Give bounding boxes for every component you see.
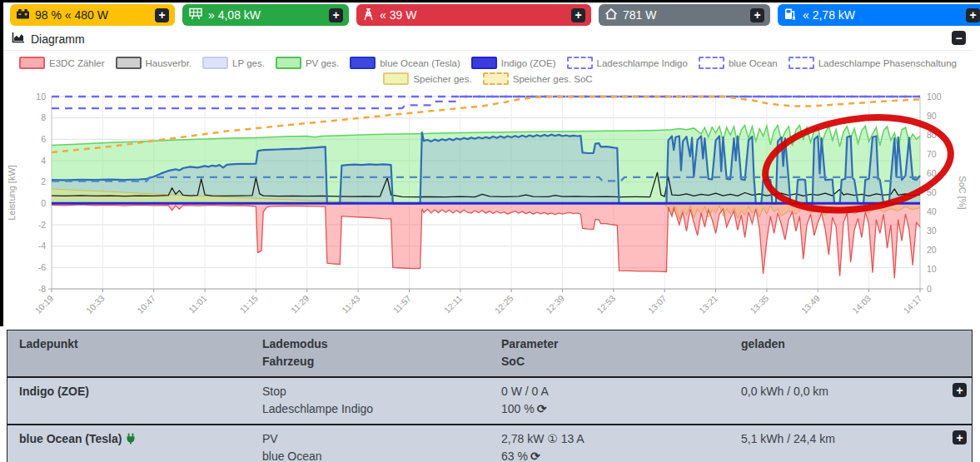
chart-legend: E3DC ZählerHausverbr.LP ges.PV ges.blue … bbox=[3, 51, 973, 85]
diagram-collapse-button[interactable]: − bbox=[952, 31, 966, 45]
plug-connected-icon bbox=[126, 432, 136, 450]
pv-status-badge[interactable]: » 4,08 kW + bbox=[182, 4, 349, 26]
battery-badge-text: 98 % « 480 W bbox=[35, 8, 108, 22]
legend-swatch bbox=[788, 57, 814, 69]
legend-label: PV ges. bbox=[306, 58, 339, 68]
diagram-card: Diagramm − E3DC ZählerHausverbr.LP ges.P… bbox=[3, 27, 973, 325]
chargepoint-table: Ladepunkt LademodusFahrzeug ParameterSoC… bbox=[7, 330, 973, 462]
svg-text:2: 2 bbox=[41, 176, 46, 186]
diagram-title: Diagramm bbox=[31, 32, 85, 46]
refresh-soc-icon[interactable]: ⟳ bbox=[530, 450, 540, 462]
svg-text:12:53: 12:53 bbox=[594, 293, 617, 315]
diagram-card-header: Diagramm − bbox=[3, 27, 973, 51]
legend-label: Ladeschlampe Phasenschaltung bbox=[818, 58, 957, 68]
svg-text:20: 20 bbox=[927, 245, 937, 255]
house-icon bbox=[604, 7, 618, 22]
legend-label: Hausverbr. bbox=[146, 58, 192, 68]
house-badge-text: 781 W bbox=[623, 8, 656, 22]
svg-text:10: 10 bbox=[36, 92, 46, 102]
legend-swatch bbox=[350, 57, 376, 69]
battery-status-badge[interactable]: 98 % « 480 W + bbox=[10, 4, 175, 26]
mode-vehicle-cell: StopLadeschlampe Indigo bbox=[251, 378, 490, 424]
svg-text:11:29: 11:29 bbox=[289, 293, 311, 315]
power-pole-icon bbox=[362, 7, 375, 23]
charged-cell: 5,1 kWh / 24,4 km bbox=[729, 425, 972, 462]
battery-badge-expand-button[interactable]: + bbox=[155, 8, 169, 22]
svg-text:40: 40 bbox=[927, 206, 937, 216]
svg-text:90: 90 bbox=[927, 111, 937, 121]
svg-text:-8: -8 bbox=[38, 284, 46, 294]
legend-label: Speicher ges. bbox=[413, 74, 471, 84]
legend-item: Indigo (ZOE) bbox=[471, 57, 556, 69]
row-expand-button[interactable]: + bbox=[953, 383, 967, 397]
svg-text:10:33: 10:33 bbox=[84, 293, 107, 315]
charged-cell: 0,0 kWh / 0,0 km bbox=[729, 378, 972, 424]
row-expand-button[interactable]: + bbox=[953, 430, 967, 445]
svg-text:10: 10 bbox=[927, 264, 937, 274]
table-row: blue Ocean (Tesla) PVblue Ocean 2,78 kW … bbox=[7, 424, 972, 462]
pv-badge-text: » 4,08 kW bbox=[208, 8, 261, 22]
legend-swatch bbox=[202, 57, 228, 69]
charging-station-icon bbox=[784, 7, 798, 23]
svg-text:-6: -6 bbox=[38, 262, 46, 272]
parameter-soc-cell: 0 W / 0 A100 %⟳ bbox=[490, 378, 729, 424]
svg-text:13:21: 13:21 bbox=[697, 293, 719, 315]
legend-item: Ladeschlampe Indigo bbox=[567, 57, 688, 69]
house-badge-expand-button[interactable]: + bbox=[750, 8, 764, 22]
svg-text:11:57: 11:57 bbox=[391, 293, 413, 315]
svg-text:0: 0 bbox=[41, 198, 46, 208]
svg-text:11:15: 11:15 bbox=[237, 293, 260, 315]
header-ladepunkt: Ladepunkt bbox=[7, 330, 251, 376]
legend-label: blue Ocean (Tesla) bbox=[380, 58, 460, 68]
svg-text:13:35: 13:35 bbox=[748, 293, 770, 315]
chart-icon bbox=[12, 32, 25, 46]
svg-text:12:39: 12:39 bbox=[544, 293, 566, 315]
svg-text:-2: -2 bbox=[38, 220, 46, 230]
legend-label: Speicher ges. SoC bbox=[513, 74, 593, 84]
svg-text:SoC [%]: SoC [%] bbox=[958, 176, 968, 209]
power-soc-chart: 1086420-2-4-6-8100908070605040302010010:… bbox=[3, 88, 973, 325]
svg-text:8: 8 bbox=[41, 112, 46, 122]
svg-text:13:07: 13:07 bbox=[646, 293, 669, 315]
grid-status-badge[interactable]: « 39 W + bbox=[356, 4, 591, 26]
legend-swatch bbox=[19, 57, 45, 69]
svg-text:12:25: 12:25 bbox=[493, 293, 515, 315]
svg-text:10:19: 10:19 bbox=[32, 293, 55, 315]
svg-text:70: 70 bbox=[927, 149, 937, 159]
refresh-soc-icon[interactable]: ⟳ bbox=[537, 402, 547, 415]
solar-panel-icon bbox=[188, 7, 203, 22]
chargepoint-status-badge[interactable]: « 2,78 kW + bbox=[778, 4, 980, 26]
legend-item: Speicher ges. SoC bbox=[483, 72, 593, 85]
svg-text:13:49: 13:49 bbox=[799, 293, 822, 315]
legend-label: LP ges. bbox=[232, 58, 265, 68]
svg-text:14:03: 14:03 bbox=[850, 293, 873, 315]
pv-badge-expand-button[interactable]: + bbox=[329, 8, 343, 22]
legend-item: E3DC Zähler bbox=[19, 57, 104, 69]
chargepoint-name-cell: blue Ocean (Tesla) bbox=[7, 425, 251, 462]
status-badge-bar: 98 % « 480 W + » 4,08 kW + « 39 W + 781 … bbox=[10, 4, 980, 26]
legend-item: Ladeschlampe Phasenschaltung bbox=[788, 57, 957, 69]
legend-item: Hausverbr. bbox=[116, 57, 192, 69]
svg-text:100: 100 bbox=[927, 92, 942, 102]
grid-badge-text: « 39 W bbox=[380, 8, 416, 22]
legend-item: LP ges. bbox=[202, 57, 265, 69]
header-parameter-soc: ParameterSoC bbox=[490, 330, 729, 376]
legend-swatch bbox=[567, 57, 593, 69]
grid-badge-expand-button[interactable]: + bbox=[571, 8, 585, 22]
legend-swatch bbox=[276, 57, 301, 69]
legend-label: Ladeschlampe Indigo bbox=[597, 58, 688, 68]
legend-label: E3DC Zähler bbox=[49, 58, 104, 68]
house-status-badge[interactable]: 781 W + bbox=[599, 4, 770, 26]
table-header-row: Ladepunkt LademodusFahrzeug ParameterSoC… bbox=[7, 330, 972, 378]
chargepoint-badge-expand-button[interactable]: + bbox=[966, 8, 980, 22]
svg-text:14:17: 14:17 bbox=[901, 293, 923, 315]
legend-item: blue Ocean (Tesla) bbox=[350, 57, 460, 69]
header-geladen: geladen bbox=[729, 330, 972, 376]
legend-label: Indigo (ZOE) bbox=[501, 58, 556, 68]
legend-swatch bbox=[699, 57, 724, 69]
svg-text:30: 30 bbox=[927, 226, 937, 236]
mode-vehicle-cell: PVblue Ocean bbox=[251, 425, 490, 462]
legend-swatch bbox=[383, 72, 409, 85]
legend-item: PV ges. bbox=[276, 57, 339, 69]
table-row: Indigo (ZOE) StopLadeschlampe Indigo 0 W… bbox=[7, 378, 972, 424]
